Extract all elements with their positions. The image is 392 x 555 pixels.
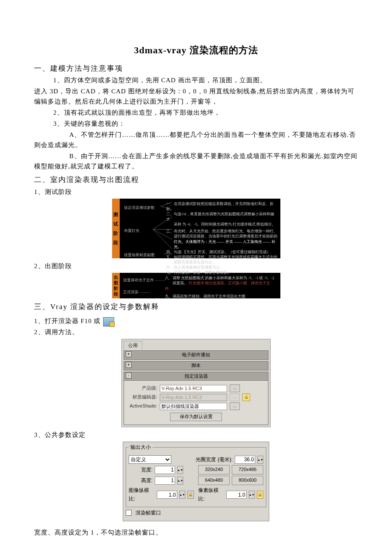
- render-frame-window-checkbox[interactable]: [126, 510, 132, 516]
- document-page: 3dmax-vray 渲染流程的方法 一、建模方法与注意事项 1、四方体空间或多…: [0, 0, 392, 555]
- tab-common[interactable]: 公用: [124, 341, 142, 350]
- spinner-icon[interactable]: ▲▼: [177, 477, 183, 485]
- pixel-aspect-label: 像素纵横比:: [198, 486, 224, 503]
- sec3-p1: 1、打开渲染器 F10 或: [34, 316, 358, 326]
- sec3-p3: 3、公共参数设定: [34, 430, 358, 440]
- figure-output-size: 输出大小 自定义 光圈宽度 (毫米): ▲▼ 宽度: ▲▼ 320x240 72…: [123, 442, 269, 521]
- lock-icon[interactable]: 🔒: [242, 393, 250, 401]
- preset-320x240-button[interactable]: 320x240: [198, 465, 230, 474]
- lock-icon[interactable]: 🔒: [257, 491, 263, 499]
- sec3-p2: 2、调用方法。: [34, 327, 358, 337]
- pixel-aspect-input[interactable]: [226, 491, 247, 499]
- rollout-email[interactable]: + 电子邮件通知: [124, 350, 268, 360]
- sec1-item2: 2、顶有花式就以顶的面推出造型，再将下部做出地坪，: [53, 107, 358, 118]
- preset-800x600-button[interactable]: 800x600: [232, 476, 263, 485]
- output-preset-select[interactable]: 自定义: [129, 455, 171, 464]
- render-frame-window-label: 渲染帧窗口: [135, 509, 161, 517]
- fig1-text: 一、在渲染测试阶段把抗锯齿系数调低，开关闭除省灯和反、折射。 二、勾选 GI，将…: [164, 199, 280, 258]
- choose-material-button: ...: [230, 393, 240, 401]
- label-activeshade: ActiveShade:: [127, 402, 157, 410]
- plus-icon[interactable]: +: [126, 362, 132, 368]
- spinner-icon[interactable]: ▲▼: [179, 491, 185, 499]
- minus-icon[interactable]: -: [126, 373, 132, 379]
- save-as-defaults-button[interactable]: 保存为默认设置: [170, 413, 222, 421]
- rollout-script[interactable]: + 脚本: [124, 361, 268, 370]
- section2-heading: 二、室内渲染表现与出图流程: [34, 174, 358, 185]
- choose-activeshade-button[interactable]: ...: [230, 402, 240, 410]
- preset-720x486-button[interactable]: 720x486: [232, 465, 263, 474]
- fig2-lbl1: 设置保存光子文件 ———: [123, 277, 165, 283]
- activeshade-renderer-field[interactable]: [160, 403, 227, 410]
- sec1-itemB: B、由于开洞……会在面上产生多余的线尽量不要删除,会造成墙面不平有折光和漏光.如…: [34, 151, 358, 171]
- output-size-group: 输出大小 自定义 光圈宽度 (毫米): ▲▼ 宽度: ▲▼ 320x240 72…: [126, 443, 266, 507]
- label-production: 产品级:: [127, 384, 157, 392]
- fig1-lbl2: 布置灯光: [124, 228, 139, 234]
- fig1-sidebar: 测试阶段: [112, 199, 120, 258]
- assign-renderer-panel: 产品级: ... 材质编辑器: ... 🔒 ActiveShade: ... 保…: [124, 381, 268, 425]
- choose-production-button[interactable]: ...: [230, 384, 240, 392]
- figure-assign-renderer: 公用 + 电子邮件通知 + 脚本 - 指定渲染器 产品级: ... 材质编辑器:…: [121, 339, 271, 427]
- preset-640x480-button[interactable]: 640x480: [198, 476, 230, 485]
- plus-icon[interactable]: +: [126, 351, 132, 357]
- section3-heading: 三、Vray 渲染器的设定与参数解释: [34, 301, 358, 312]
- sec2-step1: 1、测试阶段: [34, 187, 358, 197]
- output-size-legend: 输出大小: [129, 443, 153, 451]
- fig2-text: 八、调整 光照贴图模式 的最小采样和最大采样为 -5、-1 或 -5、-2 或更…: [162, 273, 280, 298]
- spinner-icon[interactable]: ▲▼: [177, 466, 183, 474]
- fig1-lbl3: 设置场景材质贴图: [124, 252, 155, 258]
- aperture-width-input[interactable]: [235, 456, 255, 464]
- image-aspect-input[interactable]: [157, 491, 177, 499]
- render-scene-icon[interactable]: [103, 317, 114, 327]
- fig2-sidebar: 出图阶段: [112, 273, 120, 298]
- fig2-labels: 设置保存光子文件 ——— 正式渲染 ———: [120, 273, 162, 298]
- sec1-item1: 1、四方体空间或多边型空间，先用 CAD 画出平面，吊顶图，立面图。: [53, 75, 358, 85]
- production-renderer-field[interactable]: [160, 385, 227, 392]
- height-label: 高度:: [129, 477, 153, 485]
- rollout-assign-renderer[interactable]: - 指定渲染器: [124, 372, 268, 381]
- height-input[interactable]: [155, 477, 175, 485]
- width-input[interactable]: [155, 466, 175, 474]
- figure-test-phase: 测试阶段 设定渲染测试参数 布置灯光 设置场景材质贴图 一、在渲染测试阶段把抗锯…: [112, 199, 280, 258]
- aperture-label: 光圈宽度 (毫米):: [196, 456, 233, 464]
- fig2-lbl2: 正式渲染 ———: [123, 289, 150, 295]
- figure-output-phase: 出图阶段 设置保存光子文件 ——— 正式渲染 ——— 八、调整 光照贴图模式 的…: [112, 273, 280, 298]
- lock-icon[interactable]: 🔒: [187, 491, 194, 499]
- footer-note: 宽度、高度设定为 1，不勾选渲染帧窗口。: [34, 527, 358, 538]
- label-material-editor: 材质编辑器:: [127, 393, 157, 401]
- section1-heading: 一、建模方法与注意事项: [34, 63, 358, 74]
- fig1-lbl1: 设定渲染测试参数: [124, 205, 155, 211]
- fig1-labels: 设定渲染测试参数 布置灯光 设置场景材质贴图: [120, 199, 164, 258]
- sec1-itemA: A、不管怎样开门……做吊顶……都要把几个分出的面当着一个整体空间，不要随地左右移…: [34, 130, 358, 150]
- spinner-icon[interactable]: ▲▼: [257, 456, 263, 464]
- material-editor-renderer-field: [160, 394, 227, 401]
- sec1-item3: 3、关键的容量忽视的：: [53, 119, 358, 129]
- page-title: 3dmax-vray 渲染流程的方法: [34, 43, 358, 58]
- sec1-item1-cont: 进入 3D，导出 CAD，将 CAD 图绝对坐标设为：0，0，0 用直线绘制线条…: [34, 86, 358, 107]
- spinner-icon[interactable]: ▲▼: [249, 491, 255, 499]
- width-label: 宽度:: [129, 466, 153, 474]
- image-aspect-label: 图像纵横比:: [129, 486, 155, 503]
